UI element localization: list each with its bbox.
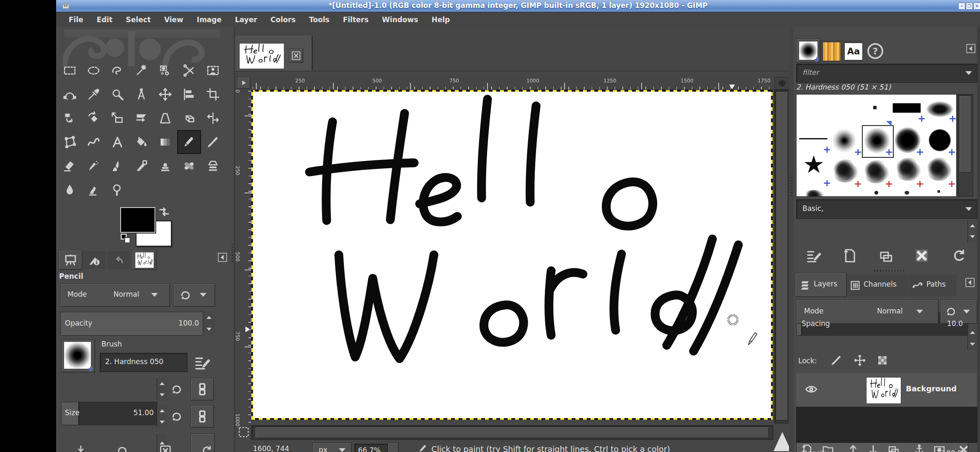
lock-pixels-toggle[interactable]	[830, 354, 843, 367]
lower-layer-button[interactable]	[867, 444, 879, 452]
menu-view[interactable]: View	[157, 15, 190, 24]
brush-item[interactable]	[832, 128, 856, 153]
tool-clone-button[interactable]	[153, 154, 177, 178]
brush-grid-scrollbar[interactable]	[957, 94, 973, 197]
brush-thumbnail-button[interactable]: +	[62, 340, 95, 372]
tool-perspective-button[interactable]	[153, 106, 177, 130]
brush-item[interactable]	[893, 103, 921, 113]
menu-edit[interactable]: Edit	[90, 15, 119, 24]
size-reset-button[interactable]	[170, 383, 183, 396]
minimize-button[interactable]: –	[958, 3, 965, 10]
maximize-button[interactable]: ❐	[966, 3, 973, 10]
delete-brush-button[interactable]	[914, 248, 930, 264]
tool-bucket-fill-button[interactable]	[129, 130, 153, 154]
tool-fuzzy-select-button[interactable]	[129, 59, 153, 82]
tab-device-status[interactable]: i	[83, 251, 106, 269]
edit-brush-button[interactable]	[192, 354, 213, 371]
tool-scale-button[interactable]	[106, 106, 129, 130]
raise-layer-button[interactable]	[847, 444, 859, 452]
size-link-toggle[interactable]	[191, 378, 214, 401]
tool-crop-button[interactable]	[201, 82, 225, 106]
tool-text-button[interactable]	[106, 130, 129, 154]
aspect-link-toggle[interactable]	[191, 405, 214, 428]
dock-grip[interactable]	[874, 270, 904, 272]
horizontal-scrollbar-thumb[interactable]	[255, 427, 769, 438]
right-dock-divider[interactable]	[789, 27, 794, 452]
tool-free-select-button[interactable]	[106, 59, 129, 82]
mode-reset-button[interactable]	[173, 283, 215, 307]
tool-eraser-button[interactable]	[58, 154, 82, 178]
tool-rotate-button[interactable]	[82, 106, 106, 130]
brush-group-select[interactable]: Basic,	[796, 199, 977, 219]
layer-name[interactable]: Background	[906, 384, 957, 393]
menu-select[interactable]: Select	[119, 15, 157, 24]
image-tab-thumbnail[interactable]	[239, 43, 284, 69]
tool-blur-sharpen-button[interactable]	[58, 178, 82, 202]
brush-item[interactable]	[873, 106, 877, 109]
right-dock-divider-grip[interactable]	[791, 175, 792, 196]
brush-filter-input[interactable]: filter	[796, 64, 977, 83]
tool-align-button[interactable]	[177, 82, 201, 106]
foreground-color-swatch[interactable]	[120, 207, 155, 233]
new-brush-button[interactable]	[842, 248, 858, 264]
opacity-spinner[interactable]	[203, 312, 215, 335]
tool-shear-button[interactable]	[129, 106, 153, 130]
duplicate-layer-button[interactable]	[887, 444, 900, 452]
tool-foreground-select-button[interactable]	[201, 59, 225, 82]
tab-channels[interactable]: Channels	[847, 275, 908, 296]
close-button[interactable]: ✕	[973, 3, 980, 10]
tool-move-button[interactable]	[153, 82, 177, 106]
layer-opacity-spinner[interactable]	[967, 326, 977, 350]
tool-paths-button[interactable]	[58, 82, 82, 106]
unit-select[interactable]: px	[312, 443, 352, 452]
brush-grid[interactable]: + + + + + + + ★ + + + + +	[796, 94, 957, 197]
paint-mode-select[interactable]: Mode Normal	[60, 283, 170, 307]
anchor-layer-button[interactable]	[913, 444, 926, 452]
menu-help[interactable]: Help	[425, 15, 456, 24]
tab-fonts[interactable]: Aa	[843, 40, 864, 62]
tool-scissors-select-button[interactable]	[177, 59, 201, 82]
tab-help[interactable]: ?	[865, 41, 885, 61]
menu-image[interactable]: Image	[190, 15, 228, 24]
duplicate-brush-button[interactable]	[878, 249, 893, 264]
restore-tool-preset-button[interactable]	[116, 444, 128, 452]
zoom-level-field[interactable]: 66.7%	[354, 444, 388, 452]
layer-list-empty-area[interactable]	[796, 407, 977, 443]
menu-filters[interactable]: Filters	[336, 15, 375, 24]
tool-warp-transform-button[interactable]	[82, 130, 106, 154]
tool-flip-button[interactable]	[201, 106, 225, 130]
tool-airbrush-button[interactable]	[82, 154, 106, 178]
tab-patterns[interactable]	[821, 40, 842, 62]
close-image-tab-button[interactable]	[289, 49, 303, 63]
tool-perspective-clone-button[interactable]	[201, 154, 225, 178]
brush-item[interactable]	[937, 190, 940, 193]
zoom-follow-window-toggle[interactable]	[774, 77, 790, 90]
layer-thumbnail[interactable]	[866, 377, 901, 404]
collapse-right-dock-button[interactable]	[966, 43, 976, 54]
save-tool-preset-button[interactable]	[75, 444, 87, 452]
lock-position-toggle[interactable]	[854, 354, 866, 367]
tool-zoom-button[interactable]	[106, 82, 129, 106]
tool-mypaint-brush-button[interactable]	[129, 154, 153, 178]
vertical-scrollbar-thumb[interactable]	[776, 92, 788, 421]
tool-rectangle-select-button[interactable]	[58, 59, 82, 82]
menu-file[interactable]: File	[62, 15, 90, 24]
tool-smudge-button[interactable]	[82, 178, 106, 202]
tool-cage-transform-button[interactable]	[58, 130, 82, 154]
toolbox-divider-grip[interactable]	[232, 242, 233, 262]
tool-gradient-button[interactable]	[153, 130, 177, 154]
tab-image-thumbnail[interactable]	[132, 250, 157, 270]
spacing-spinner[interactable]	[967, 220, 977, 242]
lock-alpha-toggle[interactable]	[876, 354, 889, 367]
brush-item-star[interactable]: ★	[803, 152, 825, 177]
brush-item[interactable]	[804, 190, 825, 197]
brush-item[interactable]	[927, 158, 952, 181]
tool-paintbrush-button[interactable]	[201, 130, 225, 154]
brush-grid-scrollbar-thumb[interactable]	[959, 96, 972, 173]
tool-heal-button[interactable]	[177, 154, 201, 178]
brush-item[interactable]	[896, 158, 921, 181]
menu-windows[interactable]: Windows	[375, 15, 425, 24]
tool-ink-button[interactable]	[106, 154, 129, 178]
aspect-reset-button[interactable]	[170, 410, 183, 423]
canvas[interactable]	[253, 92, 771, 418]
